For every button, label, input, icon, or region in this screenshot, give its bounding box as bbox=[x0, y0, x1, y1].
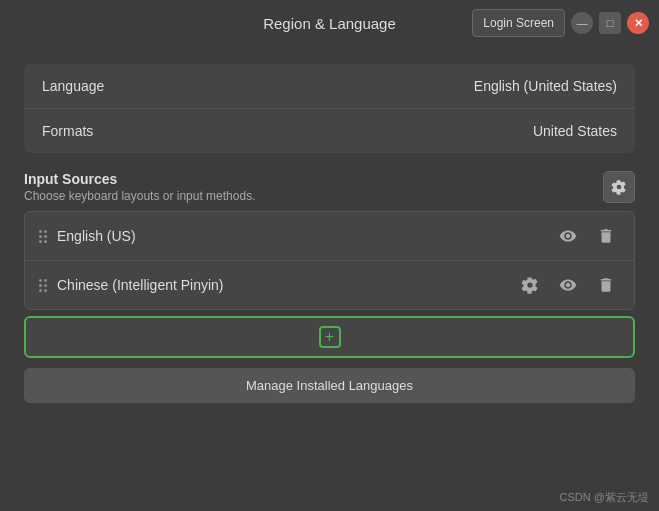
source-actions bbox=[516, 271, 620, 299]
list-item: English (US) bbox=[25, 212, 634, 261]
minimize-button[interactable]: — bbox=[571, 12, 593, 34]
input-sources-settings-button[interactable] bbox=[603, 171, 635, 203]
formats-value: United States bbox=[533, 123, 617, 139]
source-actions bbox=[554, 222, 620, 250]
input-sources-title-group: Input Sources Choose keyboard layouts or… bbox=[24, 171, 255, 203]
language-label: Language bbox=[42, 78, 104, 94]
delete-button[interactable] bbox=[592, 222, 620, 250]
manage-languages-button[interactable]: Manage Installed Languages bbox=[24, 368, 635, 403]
drag-handle[interactable] bbox=[39, 279, 47, 292]
trash-icon bbox=[597, 276, 615, 294]
maximize-button[interactable]: □ bbox=[599, 12, 621, 34]
source-name: English (US) bbox=[57, 228, 544, 244]
main-content: Language English (United States) Formats… bbox=[0, 46, 659, 421]
titlebar: Region & Language Login Screen — □ ✕ bbox=[0, 0, 659, 46]
window-title: Region & Language bbox=[263, 15, 396, 32]
eye-icon bbox=[559, 276, 577, 294]
input-sources-title: Input Sources bbox=[24, 171, 255, 187]
list-item: Chinese (Intelligent Pinyin) bbox=[25, 261, 634, 309]
drag-handle[interactable] bbox=[39, 230, 47, 243]
gear-icon bbox=[611, 179, 627, 195]
region-language-box: Language English (United States) Formats… bbox=[24, 64, 635, 153]
close-button[interactable]: ✕ bbox=[627, 12, 649, 34]
login-screen-button[interactable]: Login Screen bbox=[472, 9, 565, 37]
delete-button[interactable] bbox=[592, 271, 620, 299]
formats-row[interactable]: Formats United States bbox=[24, 109, 635, 153]
settings-button[interactable] bbox=[516, 271, 544, 299]
language-row[interactable]: Language English (United States) bbox=[24, 64, 635, 109]
window-controls: Login Screen — □ ✕ bbox=[472, 9, 649, 37]
watermark: CSDN @紫云无堤 bbox=[560, 490, 649, 505]
input-sources-subtitle: Choose keyboard layouts or input methods… bbox=[24, 189, 255, 203]
formats-label: Formats bbox=[42, 123, 93, 139]
input-sources-section: Input Sources Choose keyboard layouts or… bbox=[24, 171, 635, 403]
add-input-source-button[interactable]: + bbox=[24, 316, 635, 358]
trash-icon bbox=[597, 227, 615, 245]
source-name: Chinese (Intelligent Pinyin) bbox=[57, 277, 506, 293]
eye-icon bbox=[559, 227, 577, 245]
gear-icon bbox=[521, 276, 539, 294]
preview-button[interactable] bbox=[554, 222, 582, 250]
plus-icon: + bbox=[319, 326, 341, 348]
language-value: English (United States) bbox=[474, 78, 617, 94]
input-sources-list: English (US) bbox=[24, 211, 635, 310]
input-sources-header: Input Sources Choose keyboard layouts or… bbox=[24, 171, 635, 203]
preview-button[interactable] bbox=[554, 271, 582, 299]
